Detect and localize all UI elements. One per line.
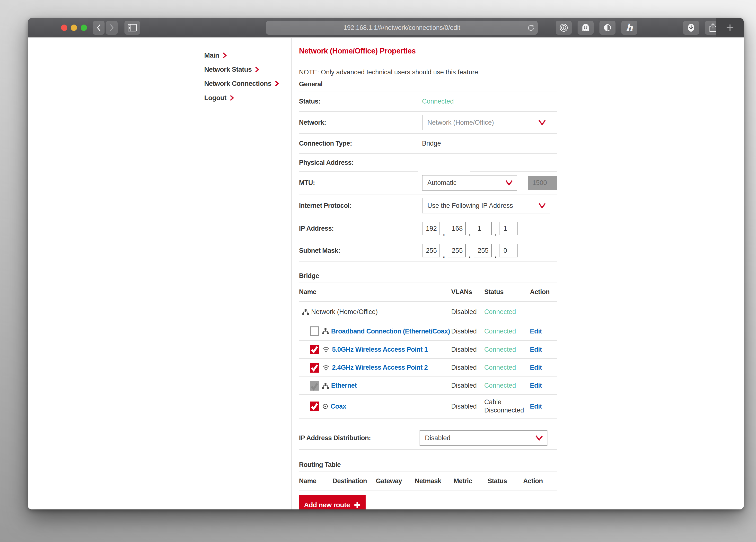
bridge-link[interactable]: Coax: [331, 403, 346, 410]
forward-button[interactable]: [106, 21, 118, 35]
chevron-down-icon: [538, 120, 546, 125]
bridge-link[interactable]: Ethernet: [331, 382, 357, 389]
downloads-button[interactable]: [683, 21, 699, 35]
ghost-icon: [581, 23, 590, 32]
status-value: Connected: [422, 98, 454, 105]
ip-distribution-row: IP Address Distribution: Disabled: [299, 427, 557, 450]
subnet-octet-input[interactable]: 255: [448, 244, 466, 257]
url-text: 192.168.1.1/#/network/connections/0/edit: [343, 24, 460, 32]
connection-type-value: Bridge: [422, 140, 441, 147]
subnet-mask-row: Subnet Mask: 255. 255. 255. 0: [299, 240, 557, 262]
general-section-heading-row: General: [299, 77, 557, 91]
router-admin-page: Main Network Status Network Connections …: [28, 37, 744, 509]
page-title: Network (Home/Office) Properties: [299, 47, 416, 55]
add-new-route-button[interactable]: Add new route: [299, 495, 366, 509]
bridge-row-broadband: Broadband Connection (Ethernet/Coax) Dis…: [299, 322, 557, 341]
subnet-octet-input[interactable]: 255: [474, 244, 492, 257]
bridge-link[interactable]: 5.0GHz Wireless Access Point 1: [332, 346, 428, 353]
note-text: NOTE: Only advanced technical users shou…: [299, 69, 480, 76]
edit-link[interactable]: Edit: [530, 346, 542, 353]
address-bar[interactable]: 192.168.1.1/#/network/connections/0/edit: [266, 21, 538, 35]
physical-address-row: Physical Address:: [299, 154, 557, 172]
sidebar-toggle-icon: [128, 24, 137, 32]
bridge-table-header: Name VLANs Status Action: [299, 282, 557, 302]
sidebar-item-main[interactable]: Main: [204, 50, 227, 61]
downloads-icon: [687, 23, 695, 32]
coax-icon: [322, 403, 328, 409]
mtu-row: MTU: Automatic 1500: [299, 172, 557, 194]
sidebar-toggle-button[interactable]: [124, 21, 140, 35]
chevron-right-icon: [255, 66, 259, 73]
reload-icon[interactable]: [527, 24, 534, 32]
minimize-button[interactable]: [71, 25, 77, 31]
subnet-octet-input[interactable]: 0: [500, 244, 518, 257]
network-tree-icon: [322, 383, 329, 389]
network-row: Network: Network (Home/Office): [299, 112, 557, 134]
network-tree-icon: [322, 328, 329, 334]
ip-octet-input[interactable]: 192: [422, 222, 440, 235]
bridge-checkbox-checked[interactable]: [310, 402, 319, 411]
mtu-value-input: 1500: [528, 176, 557, 190]
ip-address-inputs: 192. 168. 1. 1: [422, 222, 518, 235]
bridge-section-heading-row: Bridge: [299, 270, 557, 282]
ip-octet-input[interactable]: 168: [448, 222, 466, 235]
edit-link[interactable]: Edit: [530, 403, 542, 410]
chevron-right-icon: [222, 52, 227, 59]
subnet-mask-inputs: 255. 255. 255. 0: [422, 244, 518, 257]
bridge-checkbox-checked[interactable]: [310, 345, 319, 354]
close-button[interactable]: [61, 25, 67, 31]
sidebar-item-logout[interactable]: Logout: [204, 93, 234, 103]
bridge-row-wap24: 2.4GHz Wireless Access Point 2 Disabled …: [299, 359, 557, 377]
network-tree-icon: [302, 309, 309, 315]
chevron-down-icon: [505, 180, 513, 185]
ip-octet-input[interactable]: 1: [500, 222, 518, 235]
connection-type-row: Connection Type: Bridge: [299, 134, 557, 154]
onepassword-button[interactable]: [556, 21, 572, 35]
bridge-row-ethernet: Ethernet Disabled Connected Edit: [299, 377, 557, 395]
mtu-select[interactable]: Automatic: [422, 175, 517, 191]
bridge-row-wap5: 5.0GHz Wireless Access Point 1 Disabled …: [299, 341, 557, 359]
main-content: Network (Home/Office) Properties NOTE: O…: [299, 38, 557, 509]
status-row: Status: Connected: [299, 91, 557, 112]
back-icon: [96, 24, 101, 32]
honey-button[interactable]: h: [621, 21, 637, 35]
honey-icon: h: [626, 23, 633, 33]
bridge-row-network: Network (Home/Office) Disabled Connected: [299, 302, 557, 322]
edit-link[interactable]: Edit: [530, 364, 542, 371]
bridge-row-coax: Coax Disabled Cable Disconnected Edit: [299, 395, 557, 419]
bridge-link[interactable]: Broadband Connection (Ethernet/Coax): [331, 328, 450, 335]
edit-link[interactable]: Edit: [530, 328, 542, 335]
sidebar-item-network-status[interactable]: Network Status: [204, 64, 259, 75]
chevron-right-icon: [275, 80, 279, 87]
plus-icon: +: [726, 21, 734, 35]
plus-icon: [354, 502, 361, 508]
edit-link[interactable]: Edit: [530, 382, 542, 389]
network-select[interactable]: Network (Home/Office): [422, 115, 550, 130]
bridge-link[interactable]: 2.4GHz Wireless Access Point 2: [332, 364, 428, 371]
browser-window: 192.168.1.1/#/network/connections/0/edit: [28, 18, 744, 509]
back-button[interactable]: [93, 21, 105, 35]
bridge-checkbox-disabled[interactable]: [310, 381, 319, 391]
ip-distribution-select[interactable]: Disabled: [420, 430, 547, 446]
bridge-checkbox[interactable]: [310, 326, 319, 336]
forward-icon: [109, 24, 114, 32]
internet-protocol-row: Internet Protocol: Use the Following IP …: [299, 194, 557, 217]
content-divider: [291, 38, 292, 509]
dark-mode-button[interactable]: [599, 21, 615, 35]
subnet-octet-input[interactable]: 255: [422, 244, 440, 257]
new-tab-button[interactable]: +: [716, 18, 744, 37]
ghostery-button[interactable]: [578, 21, 594, 35]
ip-octet-input[interactable]: 1: [474, 222, 492, 235]
bridge-checkbox-checked[interactable]: [310, 363, 319, 373]
internet-protocol-select[interactable]: Use the Following IP Address: [422, 198, 550, 213]
routing-heading: Routing Table: [299, 461, 341, 469]
bridge-heading: Bridge: [299, 272, 319, 280]
general-heading: General: [299, 80, 323, 88]
browser-titlebar: 192.168.1.1/#/network/connections/0/edit: [28, 18, 744, 37]
zoom-button[interactable]: [81, 25, 87, 31]
routing-table-header: Name Destination Gateway Netmask Metric …: [299, 472, 557, 490]
chevron-down-icon: [535, 435, 543, 441]
ip-address-row: IP Address: 192. 168. 1. 1: [299, 217, 557, 240]
moon-icon: [603, 24, 612, 32]
sidebar-item-network-connections[interactable]: Network Connections: [204, 78, 279, 89]
